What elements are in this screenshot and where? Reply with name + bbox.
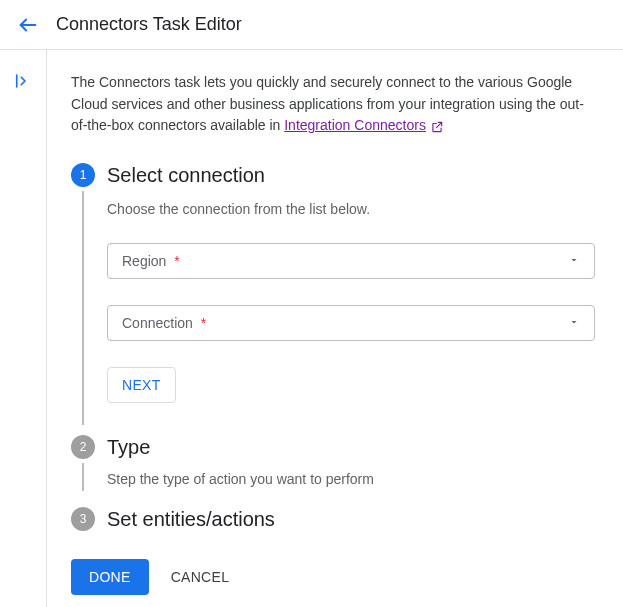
- header: Connectors Task Editor: [0, 0, 623, 50]
- body: The Connectors task lets you quickly and…: [0, 50, 623, 607]
- region-required-mark: *: [174, 253, 179, 269]
- connection-required-mark: *: [201, 315, 206, 331]
- step-2-type: 2 Type Step the type of action you want …: [71, 435, 595, 499]
- connection-label-text: Connection: [122, 315, 193, 331]
- next-button[interactable]: NEXT: [107, 367, 176, 403]
- external-link-icon: [430, 119, 444, 133]
- step-2-body: Step the type of action you want to perf…: [107, 459, 595, 499]
- back-arrow-icon[interactable]: [16, 13, 40, 37]
- step-3-badge: 3: [71, 507, 95, 531]
- step-1-connector-line: [82, 191, 84, 425]
- connection-select[interactable]: Connection *: [107, 305, 595, 341]
- region-select-label: Region *: [122, 253, 180, 269]
- step-1-body: Choose the connection from the list belo…: [107, 187, 595, 423]
- step-1-subtitle: Choose the connection from the list belo…: [107, 201, 595, 217]
- integration-connectors-link[interactable]: Integration Connectors: [284, 115, 444, 137]
- step-3-title: Set entities/actions: [107, 507, 595, 531]
- panel-toggle-icon[interactable]: [13, 72, 33, 92]
- main: The Connectors task lets you quickly and…: [46, 50, 623, 607]
- connectors-task-editor: Connectors Task Editor The Connectors ta…: [0, 0, 623, 607]
- stepper: 1 Select connection Choose the connectio…: [71, 163, 595, 531]
- step-1-badge: 1: [71, 163, 95, 187]
- step-2-title: Type: [107, 435, 595, 459]
- action-bar: DONE CANCEL: [71, 559, 595, 595]
- step-1-select-connection: 1 Select connection Choose the connectio…: [71, 163, 595, 423]
- region-select[interactable]: Region *: [107, 243, 595, 279]
- caret-down-icon: [568, 253, 580, 269]
- step-2-badge: 2: [71, 435, 95, 459]
- done-button[interactable]: DONE: [71, 559, 149, 595]
- svg-line-2: [436, 123, 441, 128]
- left-gutter: [0, 50, 46, 607]
- step-3-set-entities-actions: 3 Set entities/actions: [71, 507, 595, 531]
- caret-down-icon: [568, 315, 580, 331]
- integration-connectors-link-label: Integration Connectors: [284, 115, 426, 137]
- cancel-button[interactable]: CANCEL: [171, 569, 230, 585]
- connection-select-label: Connection *: [122, 315, 206, 331]
- intro-text: The Connectors task lets you quickly and…: [71, 72, 595, 137]
- page-title: Connectors Task Editor: [56, 14, 242, 35]
- step-1-title: Select connection: [107, 163, 595, 187]
- region-label-text: Region: [122, 253, 166, 269]
- step-2-subtitle: Step the type of action you want to perf…: [107, 471, 595, 487]
- step-2-connector-line: [82, 463, 84, 491]
